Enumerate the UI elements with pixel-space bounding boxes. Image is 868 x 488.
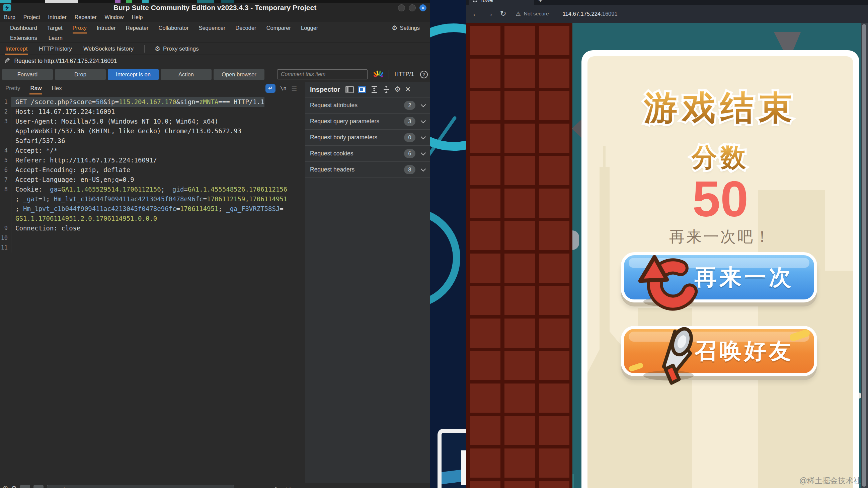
code-line[interactable]: 6Accept-Encoding: gzip, deflate [0,165,305,175]
code-line[interactable]: 4Accept: */* [0,146,305,155]
score-value: 50 [587,170,853,228]
search-target-icon[interactable]: ◎ [3,485,8,488]
tab-repeater[interactable]: Repeater [126,25,149,33]
count-badge: 6 [404,149,415,158]
collapse-all-icon[interactable] [382,85,390,93]
pane-layout-left-icon[interactable] [345,86,354,93]
expand-all-icon[interactable] [370,85,378,93]
divider [389,70,389,79]
help-icon[interactable]: ? [420,71,428,78]
burp-titlebar[interactable]: Burp Suite Community Edition v2023.4.3 -… [0,3,430,13]
forward-icon[interactable]: → [486,10,493,18]
inspector-row-query-parameters[interactable]: Request query parameters 3 [305,113,430,129]
code-line[interactable]: Safari/537.36 [0,136,305,146]
code-line[interactable]: 8Cookie: _ga=GA1.1.465529514.1706112156;… [0,184,305,194]
inspector-row-headers[interactable]: Request headers 8 [305,162,430,177]
next-match-button[interactable]: › [33,485,43,488]
chevron-down-icon[interactable] [421,118,426,123]
code-line[interactable]: ; _gat=1; Hm_lvt_c1b044f909411ac4213045f… [0,194,305,204]
request-editor-lines[interactable]: 1GET /score.php?score=50&ip=115.204.167.… [0,95,305,483]
editor-tab-pretty[interactable]: Pretty [5,82,21,94]
forward-button[interactable]: Forward [2,69,53,80]
chevron-down-icon[interactable] [421,166,426,171]
minimize-button[interactable] [398,4,405,11]
intercept-toggle-button[interactable]: Intercept is on [108,69,159,80]
invite-friends-button[interactable]: 召唤好友 [621,326,817,376]
scrollbar-thumb[interactable] [862,24,866,487]
tab-settings[interactable]: ⚙ Settings [392,25,420,33]
inspector-row-request-attributes[interactable]: Request attributes 2 [305,97,430,113]
watermark: @稀土掘金技术社区 [794,476,861,488]
open-browser-button[interactable]: Open browser [214,69,265,80]
http-version-label[interactable]: HTTP/1 [394,71,414,78]
reload-icon[interactable]: ↻ [500,10,506,18]
tab-learn[interactable]: Learn [49,35,63,41]
menu-window[interactable]: Window [105,15,124,21]
menu-project[interactable]: Project [24,15,40,21]
menu-intruder[interactable]: Intruder [48,15,67,21]
proxy-settings-button[interactable]: ⚙ Proxy settings [155,46,199,52]
inspector-row-cookies[interactable]: Request cookies 6 [305,145,430,162]
new-tab-button[interactable]: + [538,0,542,5]
tab-proxy[interactable]: Proxy [73,25,87,33]
desktop-taskbar-sliver [0,0,430,3]
code-line[interactable]: 1GET /score.php?score=50&ip=115.204.167.… [0,97,305,107]
inspector-close-icon[interactable]: ✕ [405,85,411,93]
tab-intruder[interactable]: Intruder [97,25,116,33]
code-line[interactable]: 11 [0,243,305,253]
maximize-button[interactable] [409,4,416,11]
code-line[interactable]: 5Referer: http://114.67.175.224:16091/ [0,155,305,165]
intercept-toolbar: Forward Drop Intercept is on Action Open… [0,67,430,82]
code-line[interactable]: AppleWebKit/537.36 (KHTML, like Gecko) C… [0,126,305,136]
code-line[interactable]: 10 [0,233,305,243]
retry-button[interactable]: 再来一次 [621,252,817,303]
subtab-websockets-history[interactable]: WebSockets history [83,43,134,55]
menu-help[interactable]: Help [131,15,143,21]
subtab-intercept[interactable]: Intercept [5,43,28,55]
menu-repeater[interactable]: Repeater [75,15,97,21]
code-line[interactable]: 7Accept-Language: en-US,en;q=0.9 [0,175,305,184]
chevron-down-icon[interactable] [421,150,426,155]
editor-tab-hex[interactable]: Hex [51,82,62,94]
inspector-row-body-parameters[interactable]: Request body parameters 0 [305,129,430,145]
code-line[interactable]: 9Connection: close [0,223,305,233]
tab-collaborator[interactable]: Collaborator [159,25,189,33]
search-settings-gear-icon[interactable]: ⚙ [11,485,17,488]
menu-burp[interactable]: Burp [4,15,16,21]
tab-target[interactable]: Target [47,25,63,33]
burp-rainbow-icon[interactable] [374,70,383,79]
browser-scrollbar[interactable] [861,23,868,488]
code-line[interactable]: ; Hm_lpvt_c1b044f909411ac4213045f0478e96… [0,204,305,214]
chevron-down-icon[interactable] [421,102,426,107]
kali-k-logo-box: K [437,429,466,488]
back-icon[interactable]: ← [472,10,479,18]
editor-tab-raw[interactable]: Raw [29,82,42,94]
code-line[interactable]: 3User-Agent: Mozilla/5.0 (Windows NT 10.… [0,117,305,126]
tab-dashboard[interactable]: Dashboard [10,25,37,33]
tab-comparer[interactable]: Comparer [267,25,291,33]
drop-button[interactable]: Drop [55,69,106,80]
url-field[interactable]: 114.67.175.224:16091 [563,11,618,17]
tab-logger[interactable]: Logger [301,25,318,33]
tab-decoder[interactable]: Decoder [235,25,256,33]
pencil-icon[interactable]: ✎ [4,57,10,65]
tab-extensions[interactable]: Extensions [10,35,37,41]
code-line[interactable]: GS1.1.1706114951.2.0.1706114951.0.0.0 [0,214,305,223]
action-button[interactable]: Action [161,69,212,80]
subtab-http-history[interactable]: HTTP history [38,43,73,55]
editor-menu-icon[interactable]: ☰ [291,84,297,92]
show-newlines-icon[interactable]: \n [280,85,286,91]
code-line[interactable]: 2Host: 114.67.175.224:16091 [0,107,305,117]
inspector-settings-icon[interactable]: ⚙ [394,86,401,93]
close-button[interactable]: ✕ [420,4,427,11]
previous-match-button[interactable]: ‹ [20,485,30,488]
comment-input[interactable] [277,69,368,79]
search-input[interactable] [47,485,234,488]
word-wrap-toggle-icon[interactable]: ↵ [266,84,276,93]
pane-layout-right-icon[interactable] [358,86,366,93]
browser-tab-tower[interactable]: Tower [469,0,534,5]
site-security-indicator[interactable]: ⚠ Not secure [516,10,549,18]
tab-sequencer[interactable]: Sequencer [198,25,225,33]
editor-tabs: Pretty Raw Hex ↵ \n ☰ [0,82,305,95]
chevron-down-icon[interactable] [421,134,426,139]
